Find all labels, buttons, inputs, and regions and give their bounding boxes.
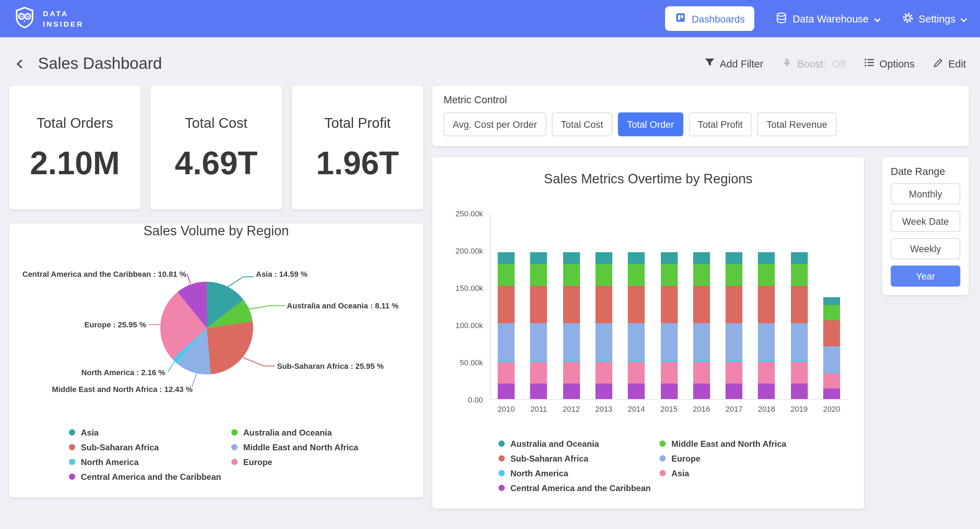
metric-option-total-order[interactable]: Total Order (618, 113, 683, 136)
y-axis-label: 0.00 (432, 396, 483, 404)
bar-segment (595, 383, 612, 399)
metric-option-total-profit[interactable]: Total Profit (689, 113, 752, 136)
add-filter-label: Add Filter (720, 58, 764, 69)
pie-slice[interactable] (207, 321, 253, 375)
kpi-row: Total Orders 2.10M Total Cost 4.69T Tota… (9, 86, 423, 209)
bar-2015[interactable] (660, 252, 677, 399)
kpi-card-total-profit[interactable]: Total Profit 1.96T (292, 86, 423, 209)
legend-item[interactable]: Middle East and North Africa (659, 437, 786, 450)
bar-segment (791, 323, 807, 361)
bar-segment (660, 252, 677, 264)
legend-dot (659, 440, 666, 447)
legend-item[interactable]: Sub-Saharan Africa (498, 452, 659, 465)
kpi-card-total-cost[interactable]: Total Cost 4.69T (150, 86, 282, 209)
legend-item[interactable]: Middle East and North Africa (231, 440, 358, 454)
legend-item[interactable]: Asia (69, 426, 231, 439)
legend-item[interactable]: Sub-Saharan Africa (69, 440, 231, 454)
bar-segment (660, 323, 677, 361)
bar-segment (725, 264, 742, 286)
bar-segment (823, 305, 840, 320)
legend-item[interactable]: Europe (231, 455, 358, 469)
brand-line-2: INSIDER (43, 19, 84, 29)
bar-2011[interactable] (530, 252, 547, 399)
bar-segment (660, 264, 677, 286)
nav-data-warehouse-label: Data Warehouse (793, 13, 869, 24)
bar-segment (693, 323, 710, 361)
bar-2017[interactable] (725, 252, 742, 399)
bar-segment (758, 383, 775, 399)
legend-label: Middle East and North Africa (671, 439, 786, 448)
page-header: Sales Dashboard Add Filter Boost: Off (0, 37, 980, 80)
x-axis-label: 2011 (530, 405, 547, 413)
metric-control-title: Metric Control (444, 94, 958, 105)
bar-2012[interactable] (563, 252, 580, 399)
boost-state: Off (832, 58, 846, 69)
filter-icon (705, 57, 715, 70)
legend-label: Sub-Saharan Africa (81, 442, 159, 452)
nav-settings-label: Settings (918, 13, 955, 24)
top-navigation: Dashboards Data Warehouse (665, 6, 967, 31)
metric-option-total-revenue[interactable]: Total Revenue (757, 113, 837, 136)
app: DATA INSIDER Dashboards (0, 0, 980, 529)
legend-label: Europe (243, 457, 272, 467)
nav-data-warehouse[interactable]: Data Warehouse (776, 11, 881, 25)
legend-item[interactable]: Central America and the Caribbean (69, 470, 231, 483)
bar-2014[interactable] (628, 252, 645, 399)
legend-item[interactable]: Central America and the Caribbean (498, 481, 659, 494)
kpi-value: 2.10M (9, 144, 141, 182)
add-filter-button[interactable]: Add Filter (705, 57, 764, 70)
legend-dot (498, 455, 505, 462)
x-axis-label: 2012 (563, 405, 580, 413)
bar-segment (595, 286, 612, 323)
bar-2020[interactable] (823, 297, 840, 399)
legend-item[interactable]: Australia and Oceania (231, 426, 358, 439)
legend-item[interactable]: Asia (659, 467, 786, 480)
bar-2010[interactable] (498, 252, 515, 399)
bar-segment (660, 286, 677, 323)
bar-segment (823, 346, 840, 372)
bar-segment (758, 264, 775, 286)
legend-label: Central America and the Caribbean (511, 483, 651, 493)
y-axis-label: 50.00k (432, 358, 483, 367)
back-button[interactable] (14, 57, 27, 70)
middle-column: Metric Control Avg. Cost per Order Total… (432, 86, 969, 508)
bar-segment (693, 264, 710, 286)
brand[interactable]: DATA INSIDER (13, 5, 84, 32)
pencil-icon (933, 57, 943, 70)
kpi-value: 1.96T (292, 144, 423, 182)
kpi-card-total-orders[interactable]: Total Orders 2.10M (9, 86, 141, 209)
brand-text: DATA INSIDER (43, 9, 84, 29)
date-option-week-date[interactable]: Week Date (891, 211, 960, 232)
bar-2018[interactable] (758, 252, 775, 399)
bar-segment (823, 388, 840, 399)
metric-option-avg-cost-per-order[interactable]: Avg. Cost per Order (444, 113, 546, 136)
metric-option-total-cost[interactable]: Total Cost (552, 113, 612, 136)
chevron-down-icon (873, 13, 881, 24)
bar-segment (628, 286, 645, 323)
bar-chart-card: Sales Metrics Overtime by Regions 250.00… (432, 157, 864, 508)
x-axis-label: 2019 (791, 405, 808, 413)
date-option-weekly[interactable]: Weekly (891, 238, 960, 259)
legend-item[interactable]: North America (69, 455, 231, 469)
bar-2019[interactable] (791, 252, 807, 399)
date-option-year[interactable]: Year (891, 265, 960, 287)
nav-dashboards-button[interactable]: Dashboards (665, 6, 755, 31)
x-axis-label: 2020 (823, 405, 840, 413)
pie-chart: Asia : 14.59 % Australia and Oceania : 8… (9, 241, 423, 419)
legend-item[interactable]: North America (498, 467, 659, 480)
legend-item[interactable]: Europe (659, 452, 786, 465)
boost-label: Boost: (797, 58, 826, 69)
bar-segment (758, 252, 775, 264)
boost-toggle[interactable]: Boost: Off (782, 57, 846, 70)
nav-settings[interactable]: Settings (902, 11, 967, 25)
date-range-title: Date Range (891, 166, 960, 177)
date-option-monthly[interactable]: Monthly (891, 183, 960, 205)
options-button[interactable]: Options (864, 57, 915, 70)
bar-segment (595, 362, 612, 383)
edit-button[interactable]: Edit (933, 57, 966, 70)
pie-slice-label: Central America and the Caribbean : 10.8… (22, 270, 186, 278)
x-axis-label: 2016 (693, 405, 710, 413)
legend-item[interactable]: Australia and Oceania (498, 437, 659, 450)
bar-2013[interactable] (595, 252, 612, 399)
bar-2016[interactable] (693, 252, 710, 399)
